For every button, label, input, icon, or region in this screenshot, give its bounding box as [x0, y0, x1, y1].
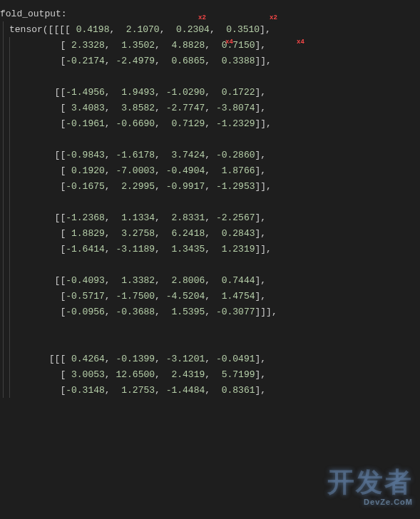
tensor-row: [ 2.3328, 1.3502, 4.8828, 0.7150], [0, 37, 420, 53]
watermark-main: 开发者 [327, 467, 413, 497]
tensor-row: [[-0.9843, -1.6178, 3.7424, -0.2860], [0, 147, 420, 163]
tensor-value: -0.3148 [66, 385, 105, 396]
tensor-value: -1.4956 [66, 87, 105, 98]
tensor-text: [-0.2174, -2.4979, 0.6865, 0.3388]], [16, 56, 420, 66]
tensor-row: [-0.1961, -0.6690, 0.7129, -1.2329]], [0, 115, 420, 131]
indent-guide [3, 194, 9, 210]
tensor-value: -1.2953 [216, 181, 255, 192]
tensor-value: -0.3688 [116, 307, 155, 317]
tensor-value: -0.0956 [66, 307, 105, 317]
tensor-value: 1.2319 [222, 244, 255, 255]
tensor-value: 1.2753 [121, 385, 155, 396]
tensor-text: [-0.3148, 1.2753, -1.4484, 0.8361], [16, 385, 420, 396]
tensor-value: 1.3435 [171, 244, 205, 255]
tensor-value: -1.7500 [116, 291, 155, 302]
indent-guide [3, 288, 9, 304]
tensor-row: [ 3.4083, 3.8582, -2.7747, -3.8074], [0, 100, 420, 115]
tensor-row: [[-0.4093, 1.3382, 2.8006, 0.7444], [0, 272, 420, 288]
tensor-value: 1.5395 [171, 307, 205, 317]
tensor-row: [[-1.4956, 1.9493, -1.0290, 0.1722], [0, 84, 420, 100]
indent-guide [3, 178, 9, 194]
indent-guide [9, 100, 16, 115]
indent-guide [3, 21, 9, 37]
tensor-value: 5.7199 [222, 369, 255, 380]
tensor-text: [ 3.0053, 12.6500, 2.4319, 5.7199], [16, 369, 420, 380]
tensor-row [0, 194, 420, 210]
tensor-value: 2.8006 [171, 275, 205, 286]
tensor-value: 1.3502 [121, 40, 155, 51]
indent-guide [9, 288, 16, 304]
tensor-row: [-0.3148, 1.2753, -1.4484, 0.8361], [0, 382, 420, 398]
indent-guide [3, 335, 9, 351]
tensor-row: [ 1.8829, 3.2758, 6.2418, 0.2843], [0, 225, 420, 241]
tensor-value: -0.4093 [66, 275, 105, 286]
tensor-value: 2.3328 [71, 40, 105, 51]
watermark-overlay: 开发者 DevZe.CoM [327, 464, 413, 506]
tensor-row: [-0.1675, 2.2995, -0.9917, -1.2953]], [0, 178, 420, 194]
tensor-text: [-0.0956, -0.3688, 1.5395, -0.3077]]], [16, 307, 420, 317]
tensor-value: 2.4319 [171, 369, 205, 380]
tensor-value: 1.3382 [121, 275, 155, 286]
output-header-line: fold_output: [0, 6, 420, 21]
tensor-value: -0.1399 [116, 354, 155, 364]
indent-guide [3, 272, 9, 288]
tensor-row [0, 68, 420, 84]
indent-guide [3, 257, 9, 272]
indent-guide [9, 147, 16, 163]
tensor-value: -1.6178 [116, 150, 155, 160]
tensor-text: [-0.5717, -1.7500, -4.5204, 1.4754], [16, 291, 420, 302]
tensor-value: -0.1961 [66, 118, 105, 129]
indent-guide [9, 351, 16, 366]
indent-guide [9, 178, 16, 194]
tensor-value: -2.2567 [216, 212, 255, 223]
indent-guide [9, 241, 16, 257]
tensor-value: 0.4198 [76, 24, 110, 35]
tensor-value: 12.6500 [116, 369, 155, 380]
tensor-value: 0.8361 [222, 385, 255, 396]
tensor-value: -0.2860 [216, 150, 255, 160]
tensor-text: [ 0.1920, -7.0003, -0.4904, 1.8766], [16, 165, 420, 176]
tensor-text: [ 3.4083, 3.8582, -2.7747, -3.8074], [16, 103, 420, 113]
tensor-value: 6.2418 [171, 228, 205, 239]
tensor-value: 2.2995 [121, 181, 155, 192]
tensor-value: 0.3510 [226, 24, 260, 35]
indent-guide [9, 37, 16, 53]
tensor-row [0, 131, 420, 147]
indent-guide [3, 163, 9, 178]
tensor-value: -3.1189 [116, 244, 155, 255]
tensor-value: 1.1334 [121, 212, 155, 223]
tensor-value: 1.9493 [121, 87, 155, 98]
indent-guide [9, 304, 16, 319]
indent-guide [3, 382, 9, 398]
tensor-value: -0.1675 [66, 181, 105, 192]
tensor-text: [[-1.2368, 1.1334, 2.8331, -2.2567], [16, 212, 420, 223]
tensor-value: 0.1722 [222, 87, 255, 98]
tensor-row: [-0.5717, -1.7500, -4.5204, 1.4754], [0, 288, 420, 304]
tensor-value: 0.1920 [71, 165, 105, 176]
tensor-row: [[[ 0.4264, -0.1399, -3.1201, -0.0491], [0, 351, 420, 366]
indent-guide [9, 272, 16, 288]
indent-guide [9, 163, 16, 178]
tensor-value: 3.2758 [121, 228, 155, 239]
tensor-value: -1.4484 [166, 385, 205, 396]
tensor-value: -1.2329 [216, 118, 255, 129]
tensor-value: 2.8331 [171, 212, 205, 223]
indent-guide [9, 382, 16, 398]
indent-guide [3, 304, 9, 319]
watermark-sub: DevZe.CoM [327, 498, 413, 506]
tensor-row: [ 3.0053, 12.6500, 2.4319, 5.7199], [0, 366, 420, 382]
indent-guide [3, 37, 9, 53]
indent-guide [9, 225, 16, 241]
tensor-text: [-1.6414, -3.1189, 1.3435, 1.2319]], [16, 244, 420, 255]
tensor-text: [ 2.3328, 1.3502, 4.8828, 0.7150], [16, 40, 420, 51]
tensor-text: [-0.1961, -0.6690, 0.7129, -1.2329]], [16, 118, 420, 129]
tensor-value: -0.3077 [216, 307, 255, 317]
tensor-row [0, 319, 420, 335]
tensor-value: -4.5204 [166, 291, 205, 302]
tensor-text: [[[ 0.4264, -0.1399, -3.1201, -0.0491], [16, 354, 420, 364]
indent-guide [9, 210, 16, 225]
tensor-value: 1.4754 [222, 291, 255, 302]
tensor-text: [[-1.4956, 1.9493, -1.0290, 0.1722], [16, 87, 420, 98]
tensor-value: 0.2843 [222, 228, 255, 239]
indent-guide [3, 131, 9, 147]
